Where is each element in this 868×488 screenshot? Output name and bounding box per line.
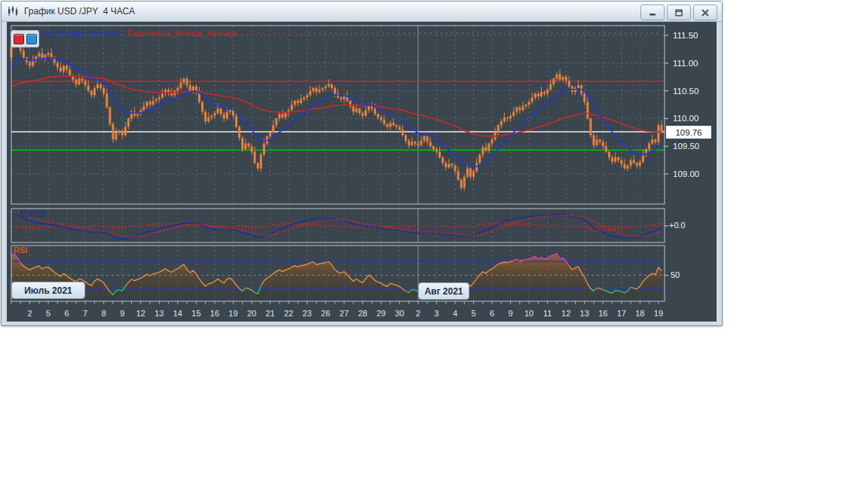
svg-text:16: 16	[210, 309, 219, 318]
svg-text:6: 6	[65, 309, 69, 318]
svg-text:111.00: 111.00	[673, 59, 698, 68]
svg-text:4: 4	[453, 309, 457, 318]
svg-text:19: 19	[228, 309, 237, 318]
svg-text:28: 28	[358, 309, 367, 318]
chart-client-area: Exponential_Moving_Average Exponential_M…	[7, 22, 717, 322]
month-label-july: Июль 2021	[11, 282, 85, 299]
window-title: График USD /JPY 4 ЧАСА	[24, 6, 135, 17]
svg-text:13: 13	[154, 309, 164, 318]
minimize-icon	[648, 9, 657, 17]
candlestick-chart-icon	[8, 6, 20, 17]
svg-text:9: 9	[120, 309, 124, 318]
svg-text:21: 21	[265, 309, 274, 318]
svg-text:17: 17	[617, 309, 626, 318]
rsi-panel-label: RSI	[14, 246, 27, 255]
svg-text:12: 12	[561, 309, 570, 318]
svg-text:109.00: 109.00	[673, 169, 699, 178]
svg-text:5: 5	[46, 309, 50, 318]
svg-text:18: 18	[635, 309, 644, 318]
svg-text:13: 13	[580, 309, 589, 318]
macd-zero-axis-label: +0.0	[669, 221, 686, 230]
svg-text:2: 2	[416, 309, 420, 318]
svg-text:23: 23	[303, 309, 312, 318]
svg-text:27: 27	[340, 309, 349, 318]
ema-slow-legend: Exponential_Moving_Average	[127, 29, 237, 38]
svg-text:6: 6	[490, 309, 494, 318]
svg-text:14: 14	[173, 309, 182, 318]
svg-text:111.50: 111.50	[673, 31, 698, 40]
svg-text:20: 20	[247, 309, 256, 318]
month-label-august: Авг 2021	[418, 282, 469, 300]
rsi-fifty-axis-label: 50	[671, 270, 680, 279]
svg-text:110.50: 110.50	[673, 87, 698, 96]
close-button[interactable]	[693, 5, 717, 20]
svg-text:11: 11	[543, 309, 552, 318]
chart-canvas[interactable]: 111.50111.00110.50110.00109.50109.002567…	[7, 22, 717, 322]
restore-icon	[674, 9, 683, 17]
svg-text:15: 15	[191, 309, 200, 318]
svg-text:8: 8	[102, 309, 106, 318]
svg-text:110.00: 110.00	[673, 114, 698, 123]
indicator-toggle-red-button[interactable]	[14, 34, 24, 44]
svg-text:19: 19	[654, 309, 663, 318]
close-icon	[701, 9, 710, 17]
svg-text:22: 22	[284, 309, 293, 318]
macd-panel-label: MACD	[20, 209, 44, 218]
restore-button[interactable]	[667, 5, 691, 20]
chart-window: График USD /JPY 4 ЧАСА	[1, 1, 723, 326]
indicator-toggle-blue-button[interactable]	[26, 34, 37, 44]
svg-text:30: 30	[395, 309, 404, 318]
current-price-box: 109.76	[666, 126, 711, 139]
svg-text:29: 29	[377, 309, 386, 318]
svg-text:12: 12	[136, 309, 145, 318]
svg-text:109.50: 109.50	[673, 142, 699, 151]
svg-text:3: 3	[434, 309, 439, 318]
indicator-buttons-panel	[11, 30, 39, 47]
title-bar[interactable]: График USD /JPY 4 ЧАСА	[2, 2, 722, 22]
svg-text:10: 10	[524, 309, 533, 318]
indicator-legend: Exponential_Moving_Average Exponential_M…	[10, 29, 237, 38]
svg-text:7: 7	[83, 309, 87, 318]
svg-text:5: 5	[471, 309, 475, 318]
svg-text:2: 2	[27, 309, 32, 318]
minimize-button[interactable]	[640, 5, 665, 20]
svg-text:26: 26	[321, 309, 330, 318]
svg-text:9: 9	[509, 309, 513, 318]
svg-text:16: 16	[598, 309, 607, 318]
